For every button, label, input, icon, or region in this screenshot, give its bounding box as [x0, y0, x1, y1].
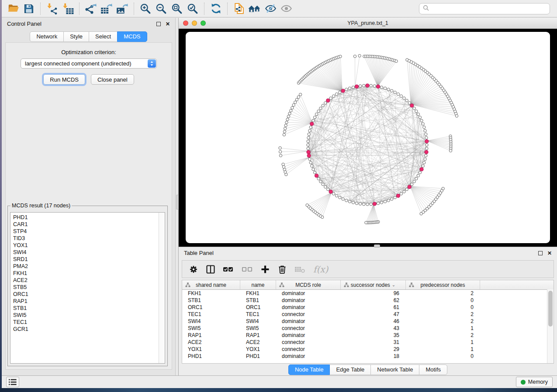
table-row[interactable]: ORC1ORC1dominator610: [182, 304, 554, 311]
column-header-predecessor-nodes[interactable]: predecessor nodes: [406, 280, 480, 289]
cell-predecessor-nodes[interactable]: 0: [406, 353, 480, 359]
network-graph[interactable]: [179, 29, 557, 247]
list-item[interactable]: CAR1: [10, 221, 165, 228]
cell-successor-nodes[interactable]: 46: [341, 318, 406, 324]
table-settings-icon[interactable]: [189, 265, 198, 274]
select-all-icon[interactable]: [223, 265, 234, 274]
cell-mcds-role[interactable]: dominator: [276, 318, 341, 324]
tab-network[interactable]: Network: [30, 31, 64, 42]
cell-predecessor-nodes[interactable]: 2: [406, 290, 480, 296]
table-row[interactable]: ACE2ACE2connector311: [182, 339, 554, 346]
cell-mcds-role[interactable]: dominator: [276, 290, 341, 296]
table-row[interactable]: STB1STB1dominator620: [182, 297, 554, 304]
list-item[interactable]: STB5: [10, 284, 165, 291]
list-item[interactable]: STB1: [10, 305, 165, 312]
cell-predecessor-nodes[interactable]: 2: [406, 332, 480, 338]
cell-predecessor-nodes[interactable]: 1: [406, 346, 480, 352]
vertical-splitter[interactable]: [175, 18, 179, 375]
cell-shared-name[interactable]: SWI4: [182, 318, 240, 324]
table-row[interactable]: FKH1FKH1dominator962: [182, 290, 554, 297]
list-item[interactable]: RAP1: [10, 298, 165, 305]
cell-predecessor-nodes[interactable]: 2: [406, 318, 480, 324]
cell-successor-nodes[interactable]: 47: [341, 311, 406, 317]
tab-select[interactable]: Select: [89, 31, 118, 42]
cell-name[interactable]: SWI4: [240, 318, 276, 324]
search-input[interactable]: [432, 5, 546, 12]
cell-shared-name[interactable]: YOX1: [182, 346, 240, 352]
tab-style[interactable]: Style: [63, 31, 89, 42]
cell-successor-nodes[interactable]: 61: [341, 304, 406, 310]
close-panel-button[interactable]: Close panel: [91, 74, 134, 85]
column-header-shared-name[interactable]: shared name: [182, 280, 240, 289]
export-image-icon[interactable]: [114, 1, 130, 16]
cell-shared-name[interactable]: ACE2: [182, 339, 240, 345]
cell-predecessor-nodes[interactable]: 1: [406, 339, 480, 345]
list-item[interactable]: FKH1: [10, 270, 165, 277]
float-panel-icon[interactable]: [156, 22, 161, 26]
cell-name[interactable]: SWI5: [240, 325, 276, 331]
cell-name[interactable]: PHD1: [240, 353, 276, 359]
export-table-icon[interactable]: [99, 1, 114, 16]
status-menu-button[interactable]: [6, 377, 19, 387]
cell-predecessor-nodes[interactable]: 0: [406, 297, 480, 303]
search-box[interactable]: [419, 3, 550, 14]
cell-name[interactable]: FKH1: [240, 290, 276, 296]
cell-mcds-role[interactable]: dominator: [276, 353, 341, 359]
cell-shared-name[interactable]: PHD1: [182, 353, 240, 359]
show-all-icon[interactable]: [278, 1, 294, 16]
cell-successor-nodes[interactable]: 43: [341, 325, 406, 331]
tab-mcds[interactable]: MCDS: [117, 31, 147, 42]
clone-network-icon[interactable]: [231, 1, 247, 16]
network-canvas[interactable]: [179, 29, 557, 247]
cell-shared-name[interactable]: FKH1: [182, 290, 240, 296]
horizontal-splitter-grip[interactable]: [374, 244, 380, 248]
list-item[interactable]: SRD1: [10, 256, 165, 263]
first-neighbors-icon[interactable]: [247, 1, 263, 16]
memory-button[interactable]: Memory: [516, 377, 553, 387]
list-item[interactable]: TEC1: [10, 319, 165, 326]
cell-name[interactable]: ACE2: [240, 339, 276, 345]
cell-shared-name[interactable]: STB1: [182, 297, 240, 303]
cell-shared-name[interactable]: SWI5: [182, 325, 240, 331]
zoom-out-icon[interactable]: [153, 1, 169, 16]
zoom-in-icon[interactable]: [138, 1, 153, 16]
criterion-select[interactable]: largest connected component (undirected): [21, 58, 157, 69]
table-row[interactable]: SWI4SWI4dominator462: [182, 318, 554, 325]
tab-node-table[interactable]: Node Table: [288, 364, 330, 375]
column-header-name[interactable]: name: [240, 280, 276, 289]
show-columns-icon[interactable]: [206, 265, 215, 274]
list-item[interactable]: ACE2: [10, 277, 165, 284]
cell-name[interactable]: STB1: [240, 297, 276, 303]
list-item[interactable]: YOX1: [10, 242, 165, 249]
cell-name[interactable]: RAP1: [240, 332, 276, 338]
table-row[interactable]: RAP1RAP1dominator352: [182, 332, 554, 339]
list-scrollbar[interactable]: [159, 213, 165, 363]
cell-predecessor-nodes[interactable]: 2: [406, 311, 480, 317]
cell-shared-name[interactable]: TEC1: [182, 311, 240, 317]
list-item[interactable]: ORC1: [10, 291, 165, 298]
column-header-successor-nodes[interactable]: successor nodes⌄: [341, 280, 406, 289]
cell-mcds-role[interactable]: dominator: [276, 332, 341, 338]
cell-predecessor-nodes[interactable]: 0: [406, 304, 480, 310]
list-item[interactable]: TID3: [10, 235, 165, 242]
zoom-selected-icon[interactable]: [185, 1, 201, 16]
list-item[interactable]: SWI5: [10, 312, 165, 319]
table-row[interactable]: TEC1TEC1connector472: [182, 311, 554, 318]
tab-motifs[interactable]: Motifs: [419, 364, 447, 375]
cell-name[interactable]: TEC1: [240, 311, 276, 317]
cell-successor-nodes[interactable]: 35: [341, 332, 406, 338]
list-item[interactable]: SWI4: [10, 249, 165, 256]
delete-row-icon[interactable]: [277, 265, 287, 274]
cell-mcds-role[interactable]: connector: [276, 346, 341, 352]
close-panel-icon[interactable]: ✕: [166, 21, 170, 27]
close-table-panel-icon[interactable]: ✕: [547, 251, 552, 256]
open-file-icon[interactable]: [5, 1, 21, 16]
cell-successor-nodes[interactable]: 18: [341, 353, 406, 359]
column-header-mcds-role[interactable]: MCDS role: [276, 280, 341, 289]
cell-mcds-role[interactable]: connector: [276, 339, 341, 345]
cell-successor-nodes[interactable]: 62: [341, 297, 406, 303]
zoom-fit-icon[interactable]: [169, 1, 185, 16]
tab-network-table[interactable]: Network Table: [370, 364, 419, 375]
cell-mcds-role[interactable]: dominator: [276, 304, 341, 310]
cell-shared-name[interactable]: RAP1: [182, 332, 240, 338]
